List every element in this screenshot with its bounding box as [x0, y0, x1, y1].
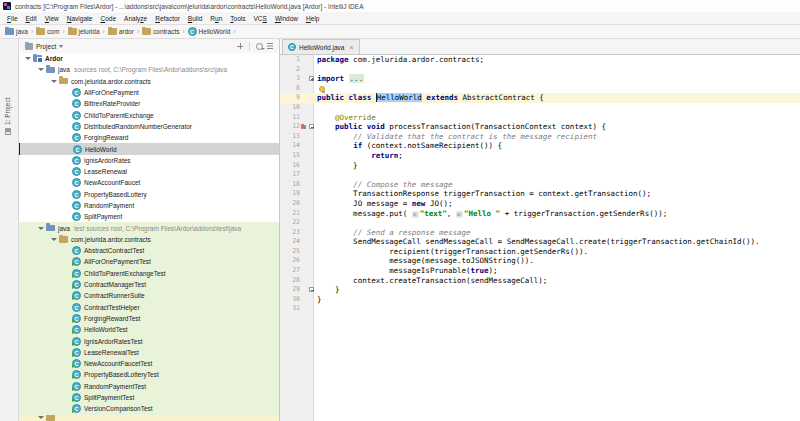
- tree-item-leaserenewaltest[interactable]: CLeaseRenewalTest: [19, 347, 279, 358]
- menu-analyze[interactable]: Analyze: [120, 13, 151, 24]
- tree-item-ignisardorrates[interactable]: CIgnisArdorRates: [19, 155, 279, 166]
- menu-file[interactable]: File: [3, 13, 22, 24]
- breadcrumb-java[interactable]: java: [5, 28, 28, 35]
- tool-window-button-project[interactable]: 1: Project: [4, 98, 11, 135]
- tree-item-forgingrewardtest[interactable]: CForgingRewardTest: [19, 313, 279, 324]
- expand-chevron-icon[interactable]: [48, 238, 59, 241]
- menu-run[interactable]: Run: [206, 13, 226, 24]
- tree-item-forgingreward[interactable]: CForgingReward: [19, 132, 279, 143]
- tree-item-helloworld[interactable]: CHelloWorld: [19, 143, 279, 154]
- tab-close-icon[interactable]: ×: [349, 44, 353, 51]
- tree-item-bittrexrateprovider[interactable]: CBittrexRateProvider: [19, 98, 279, 109]
- tree-item-propertybasedlottery[interactable]: CPropertyBasedLottery: [19, 189, 279, 200]
- fold-toggle-icon[interactable]: [309, 76, 314, 81]
- menu-view[interactable]: View: [41, 13, 63, 24]
- code-line-2[interactable]: 2: [280, 65, 800, 75]
- code-line-1[interactable]: 1package com.jelurida.ardor.contracts;: [280, 55, 800, 65]
- code-line-8[interactable]: 8: [280, 84, 800, 94]
- menu-build[interactable]: Build: [184, 13, 207, 24]
- tree-item-childtoparentexchangetest[interactable]: CChildToParentExchangeTest: [19, 268, 279, 279]
- tree-row-partial[interactable]: [19, 415, 279, 421]
- code-line-10[interactable]: 10: [280, 103, 800, 113]
- code-line-22[interactable]: 22: [280, 218, 800, 228]
- tree-item-randompaymenttest[interactable]: CRandomPaymentTest: [19, 381, 279, 392]
- code-line-11[interactable]: 11 @Override: [280, 113, 800, 123]
- fold-toggle-icon[interactable]: [309, 124, 314, 129]
- code-line-30[interactable]: 30}: [280, 295, 800, 305]
- expand-chevron-icon[interactable]: [35, 227, 46, 230]
- tree-item-newaccountfaucet[interactable]: CNewAccountFaucet: [19, 177, 279, 188]
- tree-item-newaccountfaucettest[interactable]: CNewAccountFaucetTest: [19, 358, 279, 369]
- expand-chevron-icon[interactable]: [35, 416, 46, 419]
- menu-navigate[interactable]: Navigate: [63, 13, 97, 24]
- tree-item-splitpayment[interactable]: CSplitPayment: [19, 211, 279, 222]
- breadcrumb-jelurida[interactable]: jelurida: [68, 28, 100, 35]
- tree-item-splitpaymenttest[interactable]: CSplitPaymentTest: [19, 392, 279, 403]
- code-line-19[interactable]: 19 TransactionResponse triggerTransactio…: [280, 189, 800, 199]
- code-line-29[interactable]: 29 }: [280, 285, 800, 295]
- code-line-3[interactable]: 3import ...: [280, 74, 800, 84]
- project-view-dropdown-icon[interactable]: [59, 45, 63, 48]
- collapse-all-icon[interactable]: [266, 42, 274, 50]
- menu-window[interactable]: Window: [271, 13, 302, 24]
- tab-helloworld-java[interactable]: C HelloWorld.java ×: [282, 39, 360, 54]
- code-line-23[interactable]: 23 // Send a response message: [280, 228, 800, 238]
- menu-refactor[interactable]: Refactor: [151, 13, 184, 24]
- menu-vcs[interactable]: VCS: [250, 13, 271, 24]
- intention-bulb-icon[interactable]: [319, 86, 325, 92]
- code-line-24[interactable]: 24 SendMessageCall sendMessageCall = Sen…: [280, 237, 800, 247]
- code-line-21[interactable]: 21 message.put( s:"text", o:"Hello " + t…: [280, 209, 800, 219]
- tree-item-allforonepaymenttest[interactable]: CAllForOnePaymentTest: [19, 256, 279, 267]
- breadcrumb-helloworld[interactable]: CHelloWorld: [188, 27, 231, 36]
- tree-item-ignisardorratestest[interactable]: CIgnisArdorRatesTest: [19, 335, 279, 346]
- code-line-18[interactable]: 18 // Compose the message: [280, 180, 800, 190]
- code-line-12[interactable]: 12 public void processTransaction(Transa…: [280, 122, 800, 132]
- tree-item-helloworldtest[interactable]: CHelloWorldTest: [19, 324, 279, 335]
- tree-item-propertybasedlotterytest[interactable]: CPropertyBasedLotteryTest: [19, 369, 279, 380]
- menu-help[interactable]: Help: [302, 13, 323, 24]
- menu-tools[interactable]: Tools: [226, 13, 249, 24]
- locate-icon[interactable]: [236, 42, 244, 50]
- menu-code[interactable]: Code: [96, 13, 120, 24]
- tree-item-distributedrandomnumbergenerator[interactable]: CDistributedRandomNumberGenerator: [19, 121, 279, 132]
- tree-item-abstractcontracttest[interactable]: CAbstractContractTest: [19, 245, 279, 256]
- tree-item-com.jelurida.ardor.contracts[interactable]: com.jelurida.ardor.contracts: [19, 234, 279, 245]
- breadcrumb-com[interactable]: com: [36, 28, 59, 35]
- intellij-logo-icon[interactable]: [3, 2, 11, 10]
- menu-edit[interactable]: Edit: [22, 13, 41, 24]
- code-line-13[interactable]: 13 // Validate that the contract is the …: [280, 132, 800, 142]
- tree-item-contractrunnersuite[interactable]: CContractRunnerSuite: [19, 290, 279, 301]
- code-line-14[interactable]: 14 if (context.notSameRecipient()) {: [280, 141, 800, 151]
- expand-chevron-icon[interactable]: [48, 80, 59, 83]
- code-area[interactable]: 1package com.jelurida.ardor.contracts;23…: [280, 55, 800, 421]
- expand-chevron-icon[interactable]: [22, 57, 33, 60]
- settings-gear-icon[interactable]: [255, 42, 263, 50]
- code-line-9[interactable]: 9public class HelloWorld extends Abstrac…: [280, 93, 800, 103]
- code-line-28[interactable]: 28 context.createTransaction(sendMessage…: [280, 276, 800, 286]
- tree-item-randompayment[interactable]: CRandomPayment: [19, 200, 279, 211]
- code-line-20[interactable]: 20 JO message = new JO();: [280, 199, 800, 209]
- code-line-25[interactable]: 25 recipient(triggerTransaction.getSende…: [280, 247, 800, 257]
- tree-item-leaserenewal[interactable]: CLeaseRenewal: [19, 166, 279, 177]
- tree-item-versioncomparisontest[interactable]: CVersionComparisonTest: [19, 403, 279, 414]
- tree-item-contracttesthelper[interactable]: CContractTestHelper: [19, 302, 279, 313]
- breadcrumb-contracts[interactable]: contracts: [142, 28, 179, 35]
- breadcrumb-ardor[interactable]: ardor: [108, 28, 134, 35]
- tree-item-com.jelurida.ardor.contracts[interactable]: com.jelurida.ardor.contracts: [19, 76, 279, 87]
- tree-item-java[interactable]: javatest sources root, C:\Program Files\…: [19, 222, 279, 233]
- code-line-31[interactable]: 31: [280, 304, 800, 314]
- code-line-27[interactable]: 27 messageIsPrunable(true);: [280, 266, 800, 276]
- tree-item-java[interactable]: javasources root, C:\Program Files\Ardor…: [19, 64, 279, 75]
- tree-item-allforonepayment[interactable]: CAllForOnePayment: [19, 87, 279, 98]
- tree-item-childtoparentexchange[interactable]: CChildToParentExchange: [19, 109, 279, 120]
- tree-item-ardor[interactable]: Ardor: [19, 53, 279, 64]
- project-panel-title[interactable]: Project: [36, 43, 56, 50]
- code-line-17[interactable]: 17: [280, 170, 800, 180]
- code-line-16[interactable]: 16 }: [280, 161, 800, 171]
- code-line-26[interactable]: 26 message(message.toJSONString()).: [280, 256, 800, 266]
- overrides-method-icon[interactable]: [301, 124, 306, 129]
- fold-toggle-icon[interactable]: [309, 287, 314, 292]
- tree-item-contractmanagertest[interactable]: CContractManagerTest: [19, 279, 279, 290]
- expand-chevron-icon[interactable]: [35, 68, 46, 71]
- code-line-15[interactable]: 15 return;: [280, 151, 800, 161]
